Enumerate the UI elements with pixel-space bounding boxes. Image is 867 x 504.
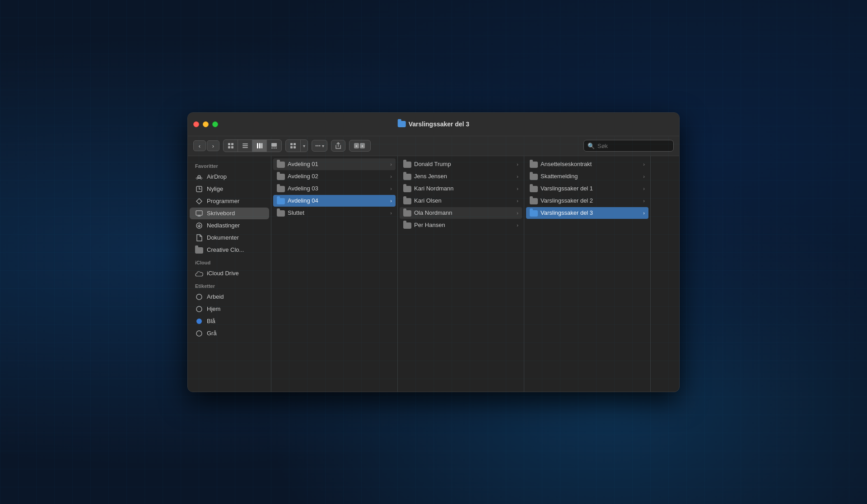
column-item-avdeling04[interactable]: Avdeling 04 › [273,195,396,207]
sidebar-item-nedlastinger[interactable]: Nedlastinger [190,220,269,231]
column-item-donald-trump[interactable]: Donald Trump › [400,158,522,170]
svg-rect-10 [271,143,277,147]
maximize-button[interactable] [212,121,218,127]
column-item-jens-jensen[interactable]: Jens Jensen › [400,171,522,182]
view-dropdown-arrow[interactable]: ▾ [300,140,308,152]
folder-icon-selected [530,210,538,217]
column-view-button[interactable] [252,140,267,152]
search-icon: 🔍 [587,143,595,149]
document-icon [195,234,203,242]
download-icon [195,222,203,230]
svg-rect-16 [290,146,293,148]
title-folder-icon [398,121,406,127]
folder-icon [530,174,538,180]
column-item-per-hansen[interactable]: Per Hansen › [400,219,522,231]
sidebar: Favoritter AirDrop [188,156,271,392]
svg-point-20 [319,145,321,147]
airdrop-icon [195,173,203,181]
title-bar: Varslingssaker del 3 [188,113,679,136]
svg-point-35 [196,319,202,324]
column-3: Ansettelseskontrakt › Skattemelding › Va… [524,156,651,392]
svg-rect-4 [242,143,248,144]
svg-point-18 [316,145,317,147]
column-item-varslingssaker-del2[interactable]: Varslingssaker del 2 › [526,195,648,207]
action-button[interactable]: ▾ [312,140,327,152]
column-item-avdeling02[interactable]: Avdeling 02 › [273,171,396,182]
forward-button[interactable]: › [207,140,219,151]
share-button[interactable] [331,140,345,152]
column-item-varslingssaker-del1[interactable]: Varslingssaker del 1 › [526,183,648,194]
column-item-varslingssaker-del3[interactable]: Varslingssaker del 3 › [526,207,648,219]
svg-point-36 [196,331,202,336]
close-button[interactable] [193,121,199,127]
nav-buttons: ‹ › [193,140,219,151]
sidebar-item-creative-cloud-label: Creative Clo... [207,246,244,253]
folder-icon [403,222,411,229]
svg-rect-7 [257,143,258,148]
column-item-ola-nordmann[interactable]: Ola Nordmann › [400,207,522,219]
back-button[interactable]: ‹ [193,140,206,151]
svg-point-34 [196,306,202,312]
sidebar-item-icloud-drive[interactable]: iCloud Drive [190,268,269,279]
svg-text:●: ● [361,144,364,148]
column-item-sluttet[interactable]: Sluttet › [273,207,396,219]
folder-icon [403,186,411,192]
folder-icon [403,198,411,204]
icon-view-button[interactable] [224,140,238,152]
toolbar: ‹ › [188,136,679,156]
sidebar-item-arbeid-label: Arbeid [207,293,224,300]
sidebar-item-nedlastinger-label: Nedlastinger [207,222,240,229]
sidebar-item-skrivebord[interactable]: Skrivebord [190,208,269,219]
etiketter-section-label: Etiketter [188,280,271,291]
minimize-button[interactable] [203,121,209,127]
column-2: Donald Trump › Jens Jensen › Kari Nordma… [398,156,524,392]
traffic-lights [193,121,218,127]
creative-cloud-icon [195,246,203,254]
sidebar-item-airdrop[interactable]: AirDrop [190,171,269,183]
column-item-avdeling01[interactable]: Avdeling 01 › [273,158,396,170]
sidebar-item-arbeid[interactable]: Arbeid [190,291,269,303]
folder-icon [530,162,538,168]
window-title-area: Varslingssaker del 3 [398,120,470,128]
sidebar-item-dokumenter-label: Dokumenter [207,234,239,241]
folder-icon [277,162,285,168]
svg-rect-8 [259,143,261,148]
cloud-icon [195,269,203,277]
list-view-button[interactable] [238,140,252,152]
clock-icon [195,185,203,193]
sidebar-item-hjem[interactable]: Hjem [190,303,269,315]
sidebar-item-skrivebord-label: Skrivebord [207,210,235,217]
search-box[interactable]: 🔍 [583,140,674,152]
icloud-section-label: iCloud [188,256,271,267]
arbeid-dot-icon [195,293,203,301]
sidebar-item-graa[interactable]: Grå [190,328,269,339]
svg-rect-22 [360,143,365,148]
column-item-avdeling03[interactable]: Avdeling 03 › [273,183,396,194]
desktop-icon [195,209,203,217]
sidebar-item-dokumenter[interactable]: Dokumenter [190,232,269,244]
folder-icon [403,210,411,217]
sidebar-item-airdrop-label: AirDrop [207,173,227,180]
svg-rect-0 [228,143,230,145]
sidebar-item-creative-cloud[interactable]: Creative Clo... [190,244,269,256]
sidebar-item-nylige[interactable]: Nylige [190,183,269,195]
window-title: Varslingssaker del 3 [409,120,470,128]
svg-rect-12 [274,148,275,148]
column-item-ansettelseskontrakt[interactable]: Ansettelseskontrakt › [526,158,648,170]
svg-rect-9 [261,143,262,148]
column-1: Avdeling 01 › Avdeling 02 › Avdeling 03 … [271,156,398,392]
gallery-view-button[interactable] [267,140,281,152]
sidebar-item-blaa[interactable]: Blå [190,315,269,327]
svg-rect-17 [294,146,296,148]
search-input[interactable] [597,143,670,149]
sidebar-item-programmer-label: Programmer [207,198,239,204]
content-area: Favoritter AirDrop [188,156,679,392]
svg-rect-14 [290,143,293,145]
sidebar-item-programmer[interactable]: Programmer [190,195,269,207]
tag-button[interactable]: ● ● [349,140,371,152]
column-item-kari-nordmann[interactable]: Kari Nordmann › [400,183,522,194]
column-item-skattemelding[interactable]: Skattemelding › [526,171,648,182]
view-dropdown-main[interactable] [286,140,300,152]
sidebar-item-blaa-label: Blå [207,318,215,324]
column-item-kari-olsen[interactable]: Kari Olsen › [400,195,522,207]
